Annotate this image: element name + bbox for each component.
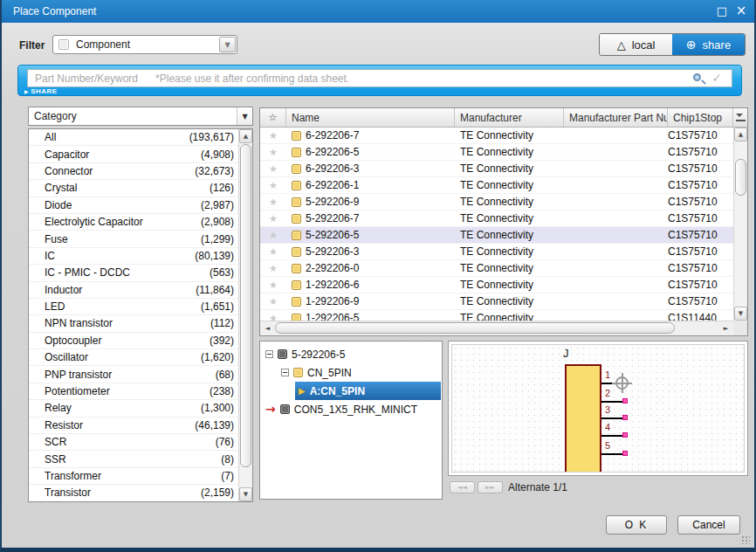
collapse-icon[interactable] [265,350,273,358]
scroll-right-icon[interactable]: ► [719,322,732,335]
scrollbar-thumb[interactable] [240,144,251,467]
caret-icon: ▶ [24,88,29,94]
star-icon[interactable]: ★ [260,279,286,291]
category-item-capacitor[interactable]: Capacitor(4,908) [29,146,238,162]
mpn-column-header[interactable]: Manufacturer Part Nu [564,108,668,127]
category-item-diode[interactable]: Diode(2,987) [29,197,238,214]
category-scrollbar[interactable]: ▲ ▼ [238,129,252,501]
chevron-down-icon[interactable]: ▼ [237,107,252,125]
category-item-crystal[interactable]: Crystal(126) [29,180,238,197]
star-icon[interactable]: ★ [260,197,286,208]
table-horizontal-scrollbar[interactable]: ◄ ► [260,321,733,335]
star-icon[interactable]: ★ [260,147,286,158]
star-icon[interactable]: ★ [260,130,286,141]
category-item-oscillator[interactable]: Oscillator(1,620) [29,349,238,366]
tree-node-footprint[interactable]: → CON5_1X5_RHK_MINICT [260,400,442,418]
name-column-header[interactable]: Name [286,108,455,127]
table-row[interactable]: ★2-292206-0TE ConnectivityC1S75710 [260,260,733,277]
resize-grip[interactable] [741,535,750,544]
part-name: 6-292206-3 [306,162,359,175]
manufacturer-column-header[interactable]: Manufacturer [455,108,564,127]
table-row[interactable]: ★5-292206-3TE ConnectivityC1S75710 [260,244,733,260]
scroll-left-icon[interactable]: ◄ [261,322,274,335]
maximize-icon[interactable]: □ [712,0,732,21]
manufacturer-cell: TE Connectivity [455,196,564,208]
column-options-button[interactable] [733,108,747,127]
dialog-title: Place Component [2,5,96,17]
table-row[interactable]: ★6-292206-1TE ConnectivityC1S75710 [260,177,733,194]
chip1stop-column-header[interactable]: Chip1Stop [668,108,733,127]
category-item-ic-pmic-dcdc[interactable]: IC - PMIC - DCDC(563) [29,265,238,281]
tree-node-part[interactable]: 5-292206-5 [260,345,442,363]
chevron-down-icon[interactable]: ▼ [219,37,236,52]
scroll-down-icon[interactable]: ▼ [734,307,747,321]
star-icon[interactable]: ★ [260,296,286,307]
category-item-transistor[interactable]: Transistor(2,159) [29,485,238,501]
tree-node-component[interactable]: CN_5PIN [260,363,442,382]
category-item-connector[interactable]: Connector(32,673) [29,163,238,180]
component-icon [293,368,303,377]
collapse-icon[interactable] [281,369,289,376]
star-icon[interactable]: ★ [260,246,286,258]
share-button[interactable]: ⊕ share [672,34,745,55]
table-vertical-scrollbar[interactable]: ▲ ▼ [733,128,747,321]
scroll-up-icon[interactable]: ▲ [239,129,252,143]
cancel-button[interactable]: Cancel [677,515,740,535]
manufacturer-cell: TE Connectivity [455,212,564,224]
table-row[interactable]: ★1-292206-9TE ConnectivityC1S75710 [260,293,733,310]
chip1stop-cell: C1S11440 [668,312,733,321]
check-icon[interactable]: ✓ [711,71,722,85]
component-type-icon [58,39,69,50]
previous-alternate-button[interactable]: ◄◄ [450,481,475,493]
chip1stop-cell: C1S75710 [668,196,733,208]
search-input[interactable] [27,69,732,87]
scrollbar-thumb[interactable] [735,159,746,196]
category-item-ic[interactable]: IC(80,139) [29,248,238,265]
star-icon[interactable]: ★ [260,180,286,191]
star-icon[interactable]: ★ [260,313,286,321]
category-item-potentiometer[interactable]: Potentiometer(238) [29,383,238,400]
pin-line [601,401,624,403]
component-icon [292,214,301,224]
scroll-down-icon[interactable]: ▼ [239,487,252,501]
category-item-all[interactable]: All(193,617) [29,129,238,146]
category-item-fuse[interactable]: Fuse(1,299) [29,231,238,247]
next-alternate-button[interactable]: ►► [478,481,503,493]
filter-type-dropdown[interactable]: Component ▼ [52,35,237,54]
category-item-led[interactable]: LED(1,651) [29,299,238,315]
category-dropdown[interactable]: Category ▼ [28,107,253,126]
star-icon[interactable]: ★ [260,163,286,175]
table-row[interactable]: ★5-292206-9TE ConnectivityC1S75710 [260,194,733,210]
star-icon[interactable]: ★ [260,213,286,224]
part-label: 5-292206-5 [292,348,345,361]
star-column-header[interactable]: ☆ [260,108,286,127]
table-row[interactable]: ★6-292206-3TE ConnectivityC1S75710 [260,161,733,177]
category-item-scr[interactable]: SCR(76) [29,434,238,451]
table-row[interactable]: ★6-292206-5TE ConnectivityC1S75710 [260,144,733,161]
local-button[interactable]: △ local [600,34,672,55]
scroll-up-icon[interactable]: ▲ [734,128,747,141]
table-row[interactable]: ★6-292206-7TE ConnectivityC1S75710 [260,128,733,144]
category-item-ssr[interactable]: SSR(8) [29,451,238,467]
category-item-pnp-transistor[interactable]: PNP transistor(68) [29,366,238,383]
table-row[interactable]: ★1-292206-5TE ConnectivityC1S11440 [260,310,733,321]
table-row[interactable]: ★5-292206-7TE ConnectivityC1S75710 [260,210,733,227]
star-icon[interactable]: ★ [260,263,286,274]
category-item-transformer[interactable]: Transformer(7) [29,468,238,485]
category-item-resistor[interactable]: Resistor(46,139) [29,417,238,434]
category-item-npn-transistor[interactable]: NPN transistor(112) [29,315,238,332]
category-item-relay[interactable]: Relay(1,300) [29,400,238,417]
search-icon[interactable] [693,73,701,81]
close-icon[interactable]: × [732,0,751,21]
table-row-selected[interactable]: ★5-292206-5TE ConnectivityC1S75710 [260,227,733,244]
category-item-inductor[interactable]: Inductor(11,864) [29,282,238,299]
tree-node-symbol-selected[interactable]: ▶ A:CN_5PIN [295,382,441,400]
category-item-optocoupler[interactable]: Optocoupler(392) [29,333,238,349]
table-header: ☆ Name Manufacturer Manufacturer Part Nu… [260,108,747,128]
category-item-electrolytic-capacitor[interactable]: Electrolytic Capacitor(2,908) [29,214,238,231]
ok-button[interactable]: O K [606,515,667,535]
table-row[interactable]: ★1-292206-6TE ConnectivityC1S75710 [260,277,733,293]
star-icon[interactable]: ★ [260,230,286,241]
title-bar[interactable]: Place Component □ × [2,0,754,23]
scrollbar-thumb[interactable] [275,322,675,334]
